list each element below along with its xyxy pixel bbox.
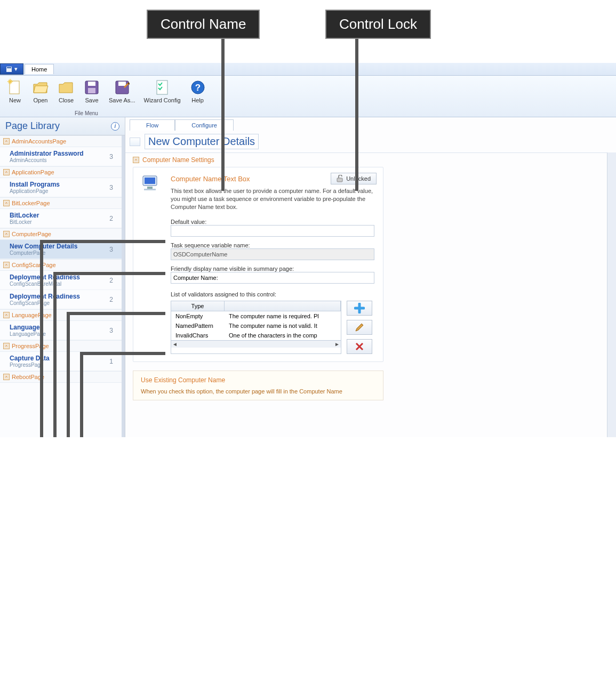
edit-validator-button[interactable] xyxy=(347,320,372,335)
lib-item-sub: ApplicationPage xyxy=(10,188,60,194)
lib-item[interactable]: Administrator PasswordAdminAccounts3 xyxy=(0,147,122,166)
open-button[interactable]: Open xyxy=(30,78,51,104)
dropdown-arrow-icon: ▾ xyxy=(14,66,18,73)
ribbon-tab-strip: ▾ Home xyxy=(0,63,616,76)
sidebar-header: Page Library i xyxy=(0,117,125,135)
lib-item-title: Administrator Password xyxy=(10,150,84,157)
lib-item[interactable]: Install ProgramsApplicationPage3 xyxy=(0,178,122,197)
svg-text:?: ? xyxy=(195,83,200,93)
lib-item[interactable]: LanguageLanguagePage3 xyxy=(0,321,122,340)
svg-rect-4 xyxy=(88,82,95,86)
tab-configure[interactable]: Configure xyxy=(175,119,234,131)
callout-line xyxy=(53,272,165,275)
save-as-button[interactable]: Save As... xyxy=(107,78,138,104)
callout-control-name: Control Name xyxy=(147,10,260,39)
lib-group-head[interactable]: ^LanguagePage xyxy=(0,309,122,321)
task-var-label: Task sequence variable name: xyxy=(171,242,374,248)
delete-validator-button[interactable] xyxy=(347,339,372,354)
lib-group-name: ConfigScanPage xyxy=(12,262,56,268)
x-icon xyxy=(354,341,365,352)
lib-group-head[interactable]: ^ComputerPage xyxy=(0,228,122,240)
library-list[interactable]: ^AdminAccountsPageAdministrator Password… xyxy=(0,135,125,437)
validator-type: NonEmpty xyxy=(171,313,225,319)
sidebar-title: Page Library xyxy=(5,120,60,132)
validator-msg: The computer name is required. Pl xyxy=(225,313,341,319)
svg-rect-1 xyxy=(7,67,11,68)
svg-rect-12 xyxy=(145,178,155,184)
chevron-up-icon: ^ xyxy=(3,374,10,380)
svg-rect-14 xyxy=(144,189,156,190)
callout-line xyxy=(67,312,165,315)
lib-group-name: ProgressPage xyxy=(12,343,49,349)
new-label: New xyxy=(9,97,21,103)
lib-item-title: New Computer Details xyxy=(10,243,77,250)
callout-line xyxy=(355,37,358,191)
lib-item-sub: ComputerPage xyxy=(10,250,77,256)
checklist-icon xyxy=(154,79,171,96)
lib-group-head[interactable]: ^ConfigScanPage xyxy=(0,259,122,271)
open-label: Open xyxy=(34,97,48,103)
file-menu-button[interactable]: ▾ xyxy=(0,63,23,75)
lib-item-count: 1 xyxy=(109,358,116,365)
lib-item-sub: ConfigScanBareMetal xyxy=(10,281,80,287)
lib-group-head[interactable]: ^ProgressPage xyxy=(0,340,122,352)
lib-item-count: 2 xyxy=(109,277,116,284)
tab-flow[interactable]: Flow xyxy=(130,119,175,131)
lib-item-title: Install Programs xyxy=(10,181,60,188)
help-label: Help xyxy=(191,97,204,103)
save-button[interactable]: Save xyxy=(81,78,102,104)
tab-home[interactable]: Home xyxy=(25,64,54,74)
validator-row[interactable]: NamedPatternThe computer name is not val… xyxy=(171,321,341,331)
section-header[interactable]: ^ Computer Name Settings xyxy=(133,153,599,167)
close-label: Close xyxy=(59,97,74,103)
callout-line xyxy=(221,37,225,191)
validator-row[interactable]: InvalidCharsOne of the characters in the… xyxy=(171,331,341,340)
validator-msg: One of the characters in the comp xyxy=(225,332,341,339)
validator-row[interactable]: NonEmptyThe computer name is required. P… xyxy=(171,311,341,321)
chevron-up-icon: ^ xyxy=(3,138,10,144)
validators-hscroll[interactable]: ◄► xyxy=(171,340,341,348)
lib-item[interactable]: BitLockerBitLocker2 xyxy=(0,209,122,228)
chevron-up-icon: ^ xyxy=(133,157,139,163)
lib-item-sub: ProgressPage xyxy=(10,362,50,368)
friendly-name-input[interactable] xyxy=(171,272,374,284)
chevron-up-icon: ^ xyxy=(3,231,10,237)
chevron-up-icon: ^ xyxy=(3,343,10,349)
scroll-area: ^ Computer Name Settings Computer Name T… xyxy=(125,152,607,437)
content-tabs: Flow Configure xyxy=(125,117,616,131)
page-title-row: New Computer Details xyxy=(125,131,616,152)
default-value-input[interactable] xyxy=(171,225,374,237)
lib-group-head[interactable]: ^ApplicationPage xyxy=(0,166,122,178)
wizard-config-button[interactable]: Wizard Config xyxy=(142,78,183,104)
lib-group-name: ApplicationPage xyxy=(12,169,54,175)
lock-button[interactable]: Unlocked xyxy=(331,173,377,184)
new-button[interactable]: New xyxy=(4,78,26,104)
lib-item-count: 2 xyxy=(109,296,116,303)
lib-group-head[interactable]: ^BitLockerPage xyxy=(0,197,122,209)
add-validator-button[interactable] xyxy=(347,301,372,316)
lib-item-count: 3 xyxy=(109,246,116,253)
validator-type: NamedPattern xyxy=(171,323,225,329)
lib-group-head[interactable]: ^RebootPage xyxy=(0,371,122,383)
use-existing-title: Use Existing Computer Name xyxy=(141,376,375,384)
info-icon[interactable]: i xyxy=(111,122,119,131)
lib-item-sub: BitLocker xyxy=(10,219,39,225)
callout-line xyxy=(40,240,165,243)
lib-item-count: 3 xyxy=(109,153,116,160)
close-button[interactable]: Close xyxy=(55,78,77,104)
callout-line xyxy=(80,352,83,437)
computer-icon xyxy=(141,174,162,194)
lib-item-sub: ConfigScanPage xyxy=(10,300,80,306)
validators-area: Type NonEmptyThe computer name is requir… xyxy=(171,301,374,354)
help-button[interactable]: ? Help xyxy=(187,78,209,104)
validator-msg: The computer name is not valid. It xyxy=(225,323,341,329)
task-var-input[interactable] xyxy=(171,248,374,260)
lib-item[interactable]: Deployment ReadinessConfigScanPage2 xyxy=(0,290,122,309)
svg-rect-13 xyxy=(147,187,153,189)
use-existing-desc: When you check this option, the computer… xyxy=(141,388,375,395)
validators-table[interactable]: Type NonEmptyThe computer name is requir… xyxy=(171,301,341,354)
lib-group-head[interactable]: ^AdminAccountsPage xyxy=(0,135,122,147)
page-library-sidebar: Page Library i ^AdminAccountsPageAdminis… xyxy=(0,117,125,437)
chevron-up-icon: ^ xyxy=(3,200,10,206)
vertical-scrollbar[interactable] xyxy=(607,152,616,437)
